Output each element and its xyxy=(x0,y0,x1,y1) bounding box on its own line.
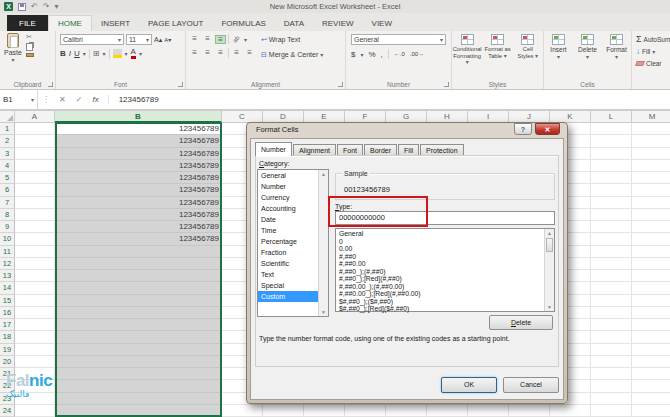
grid-cell[interactable]: 123456789 xyxy=(55,221,222,233)
row-header-15[interactable]: 15 xyxy=(0,295,15,307)
scroll-up-icon[interactable]: ▲ xyxy=(545,230,554,236)
row-header-14[interactable]: 14 xyxy=(0,282,15,294)
ribbon-tab[interactable]: INSERT xyxy=(92,15,139,31)
grid-cell[interactable] xyxy=(591,368,632,380)
row-header-4[interactable]: 4 xyxy=(0,160,15,172)
grid-cell[interactable] xyxy=(15,209,55,221)
grid-cell[interactable] xyxy=(591,197,632,209)
grid-cell[interactable]: 123456789 xyxy=(55,184,222,196)
row-header-24[interactable]: 24 xyxy=(0,405,15,417)
grid-cell[interactable] xyxy=(55,380,222,392)
grid-cell[interactable] xyxy=(15,197,55,209)
wrap-text-button[interactable]: ↩ Wrap Text xyxy=(261,36,323,44)
category-item[interactable]: Time xyxy=(258,225,318,236)
styles-button[interactable]: Format as Table ▾ xyxy=(482,34,512,77)
grid-cell[interactable] xyxy=(591,258,632,270)
grid-cell[interactable] xyxy=(632,221,670,233)
clipboard-dialog-launcher[interactable] xyxy=(48,82,53,87)
grid-cell[interactable] xyxy=(591,331,632,343)
top-align-icon[interactable]: ≡ xyxy=(189,35,200,44)
formula-bar-handle[interactable]: ⋮ xyxy=(38,95,54,104)
grid-cell[interactable] xyxy=(591,270,632,282)
format-code-item[interactable]: #,##0.00_);[Red](#,##0.00) xyxy=(336,290,543,298)
grid-cell[interactable] xyxy=(15,307,55,319)
grid-cell[interactable] xyxy=(222,405,263,417)
grid-cell[interactable] xyxy=(591,135,632,147)
ok-button[interactable]: OK xyxy=(441,377,497,393)
codes-scrollbar[interactable]: ▲ ▼ xyxy=(544,229,554,311)
grid-cell[interactable] xyxy=(591,319,632,331)
cut-icon[interactable]: ✂ xyxy=(26,33,34,41)
grid-cell[interactable] xyxy=(591,221,632,233)
font-size-combo[interactable]: 11▾ xyxy=(126,34,152,45)
category-item[interactable]: Percentage xyxy=(258,236,318,247)
fill-color-button[interactable] xyxy=(113,49,122,58)
grid-cell[interactable] xyxy=(15,172,55,184)
category-item[interactable]: Special xyxy=(258,280,318,291)
grid-cell[interactable] xyxy=(15,233,55,245)
ribbon-tab[interactable]: VIEW xyxy=(363,15,401,31)
comma-style-button[interactable]: , xyxy=(381,50,383,59)
grid-cell[interactable] xyxy=(15,270,55,282)
grid-cell[interactable] xyxy=(15,405,55,417)
enter-entry-icon[interactable]: ✓ xyxy=(71,95,88,104)
cells-button[interactable]: Format ▾ xyxy=(602,34,631,77)
grid-cell[interactable] xyxy=(55,393,222,405)
column-header-L[interactable]: L xyxy=(591,111,632,123)
name-box[interactable]: B1 ▾ xyxy=(0,90,38,109)
name-box-dropdown-icon[interactable]: ▾ xyxy=(31,96,34,103)
grid-cell[interactable] xyxy=(632,282,670,294)
redo-icon[interactable]: ↷ xyxy=(43,2,50,11)
grid-cell[interactable] xyxy=(15,282,55,294)
row-header-19[interactable]: 19 xyxy=(0,344,15,356)
undo-icon[interactable]: ↶ xyxy=(31,2,38,11)
grid-cell[interactable] xyxy=(55,246,222,258)
grid-cell[interactable] xyxy=(591,160,632,172)
save-icon[interactable] xyxy=(18,3,26,11)
ribbon-tab[interactable]: FORMULAS xyxy=(212,15,274,31)
grid-cell[interactable] xyxy=(632,319,670,331)
dialog-tab[interactable]: Number xyxy=(255,142,292,156)
grid-cell[interactable] xyxy=(55,356,222,368)
cells-button[interactable]: Delete ▾ xyxy=(573,34,602,77)
middle-align-icon[interactable]: ≡ xyxy=(202,35,213,44)
format-code-item[interactable]: 0.00 xyxy=(336,245,543,253)
cancel-button[interactable]: Cancel xyxy=(503,377,559,393)
grid-cell[interactable] xyxy=(591,172,632,184)
grid-cell[interactable] xyxy=(15,135,55,147)
category-scrollbar[interactable]: ▲ ▼ xyxy=(318,170,328,316)
grid-cell[interactable] xyxy=(15,258,55,270)
grid-cell[interactable]: 123456789 xyxy=(55,233,222,245)
format-code-item[interactable]: #,##0 xyxy=(336,253,543,261)
ribbon-tab[interactable]: PAGE LAYOUT xyxy=(139,15,212,31)
grid-cell[interactable] xyxy=(55,319,222,331)
format-code-item[interactable]: #,##0.00_);(#,##0.00) xyxy=(336,283,543,291)
grid-cell[interactable] xyxy=(15,184,55,196)
styles-button[interactable]: Cell Styles ▾ xyxy=(513,34,543,77)
category-item[interactable]: Text xyxy=(258,269,318,280)
decrease-decimal-button[interactable]: .00→ xyxy=(410,51,424,57)
font-dialog-launcher[interactable] xyxy=(178,82,183,87)
format-code-item[interactable]: $#,##0_);($#,##0) xyxy=(336,298,543,306)
grid-cell[interactable] xyxy=(55,295,222,307)
grid-cell[interactable] xyxy=(15,246,55,258)
grid-cell[interactable] xyxy=(468,405,509,417)
grid-cell[interactable] xyxy=(591,356,632,368)
grid-cell[interactable] xyxy=(632,356,670,368)
grid-cell[interactable]: 123456789 xyxy=(55,160,222,172)
row-header-11[interactable]: 11 xyxy=(0,246,15,258)
font-color-button[interactable]: A xyxy=(131,48,136,59)
grid-cell[interactable] xyxy=(591,405,632,417)
cancel-entry-icon[interactable]: ✕ xyxy=(54,95,71,104)
increase-decimal-button[interactable]: ←.0 xyxy=(394,51,405,57)
grid-cell[interactable] xyxy=(427,405,468,417)
copy-icon[interactable] xyxy=(26,43,33,51)
tab-file[interactable]: FILE xyxy=(7,15,48,31)
customize-qat-icon[interactable]: ▾ xyxy=(54,2,58,11)
grid-cell[interactable]: 123456789 xyxy=(55,209,222,221)
grid-cell[interactable] xyxy=(632,344,670,356)
autosum-button[interactable]: Σ AutoSum xyxy=(636,33,670,45)
grid-cell[interactable] xyxy=(15,319,55,331)
row-header-10[interactable]: 10 xyxy=(0,233,15,245)
number-format-combo[interactable]: General▾ xyxy=(351,34,446,45)
